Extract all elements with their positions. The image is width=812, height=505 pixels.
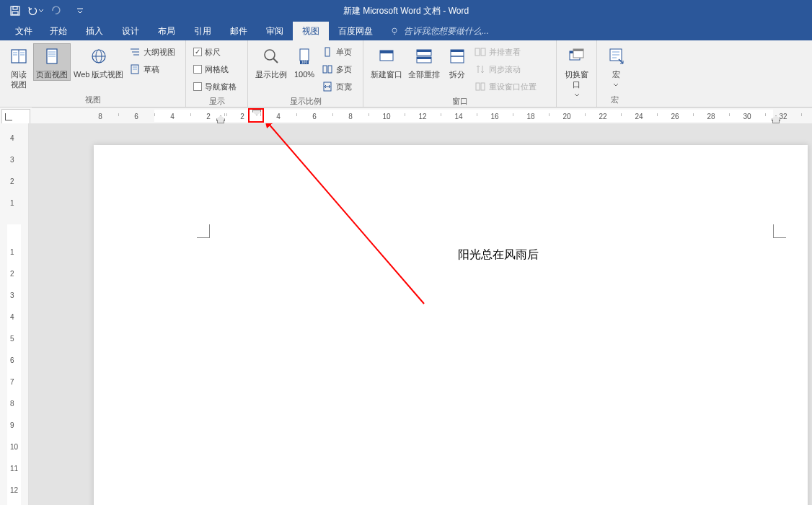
- svg-rect-33: [328, 66, 332, 73]
- zoom-button[interactable]: 显示比例: [252, 43, 290, 81]
- save-icon: [9, 5, 21, 17]
- svg-rect-45: [481, 48, 485, 56]
- tab-baidu[interactable]: 百度网盘: [329, 22, 382, 40]
- navpane-checkbox[interactable]: 导航窗格: [193, 79, 237, 94]
- new-window-label: 新建窗口: [371, 69, 402, 79]
- arrange-all-button[interactable]: 全部重排: [405, 43, 443, 81]
- print-layout-button[interactable]: 页面视图: [33, 43, 71, 81]
- tab-review[interactable]: 审阅: [257, 22, 293, 40]
- redo-icon: [50, 5, 61, 17]
- macros-label: 宏: [612, 69, 620, 89]
- tab-mailings[interactable]: 邮件: [221, 22, 257, 40]
- checkbox-icon: [193, 48, 202, 56]
- save-button[interactable]: [6, 2, 25, 19]
- sync-scroll-icon: [475, 63, 486, 75]
- one-page-button[interactable]: 单页: [322, 45, 352, 59]
- hanging-indent-marker[interactable]: [216, 115, 225, 123]
- svg-line-27: [273, 58, 278, 63]
- switch-windows-label: 切换窗口: [564, 69, 589, 100]
- right-indent-marker[interactable]: [772, 115, 780, 123]
- checkbox-icon: [193, 82, 202, 91]
- magnifier-icon: [261, 46, 281, 66]
- macros-button[interactable]: 宏: [601, 43, 630, 91]
- switch-window-icon: [567, 46, 587, 66]
- chevron-down-icon: [613, 83, 619, 87]
- ruler-checkbox[interactable]: 标尺: [193, 45, 237, 59]
- undo-button[interactable]: [26, 2, 45, 19]
- page-icon: [42, 46, 62, 66]
- side-by-side-label: 并排查看: [489, 47, 521, 58]
- tab-design[interactable]: 设计: [112, 22, 149, 40]
- one-page-label: 单页: [336, 47, 352, 58]
- new-window-button[interactable]: 新建窗口: [368, 43, 405, 81]
- new-window-icon: [376, 46, 397, 66]
- svg-rect-51: [573, 49, 583, 51]
- web-layout-button[interactable]: Web 版式视图: [71, 43, 126, 81]
- outline-icon: [129, 46, 141, 58]
- multi-page-button[interactable]: 多页: [322, 62, 352, 76]
- undo-icon: [27, 5, 38, 17]
- tab-file[interactable]: 文件: [7, 22, 40, 40]
- checkbox-icon: [193, 65, 202, 74]
- page[interactable]: 阳光总在风雨后: [94, 145, 808, 505]
- outline-label: 大纲视图: [144, 47, 175, 58]
- read-mode-button[interactable]: 阅读 视图: [4, 43, 33, 91]
- qat-separator: [66, 2, 74, 19]
- svg-rect-28: [300, 49, 309, 61]
- group-window: 新建窗口 全部重排 拆分 并排查看 同步滚动: [363, 40, 557, 107]
- svg-point-4: [392, 28, 397, 32]
- document-text[interactable]: 阳光总在风雨后: [458, 247, 539, 263]
- tab-insert[interactable]: 插入: [76, 22, 112, 40]
- sync-scroll-label: 同步滚动: [489, 64, 521, 75]
- tab-references[interactable]: 引用: [185, 22, 221, 40]
- svg-point-26: [265, 50, 275, 60]
- group-views: 阅读 视图 页面视图 Web 版式视图 大纲视图 草稿 视图: [0, 40, 186, 107]
- bulb-icon: [389, 26, 400, 36]
- page-width-button[interactable]: 页宽: [322, 79, 352, 94]
- zoom-100-button[interactable]: 100 100%: [290, 43, 319, 81]
- reset-window-pos-button: 重设窗口位置: [475, 79, 537, 94]
- one-page-icon: [322, 46, 333, 58]
- gridlines-checkbox[interactable]: 网格线: [193, 62, 237, 76]
- chevron-down-icon: [76, 7, 84, 14]
- svg-rect-32: [323, 66, 327, 73]
- customize-qat-button[interactable]: [75, 2, 85, 19]
- draft-label: 草稿: [144, 64, 159, 75]
- chevron-down-icon: [38, 8, 44, 14]
- side-by-side-button: 并排查看: [475, 45, 537, 59]
- group-window-label: 窗口: [368, 95, 552, 107]
- tab-stop-selector[interactable]: [1, 109, 30, 125]
- document-area: 4321123456789101112 阳光总在风雨后: [0, 123, 812, 505]
- outline-view-button[interactable]: 大纲视图: [129, 45, 175, 59]
- svg-rect-1: [13, 6, 17, 9]
- group-macros-label: 宏: [601, 94, 627, 107]
- page-width-icon: [322, 81, 333, 92]
- redo-button[interactable]: [46, 2, 65, 19]
- svg-rect-47: [481, 83, 485, 90]
- switch-windows-button[interactable]: 切换窗口: [561, 43, 592, 101]
- ribbon: 阅读 视图 页面视图 Web 版式视图 大纲视图 草稿 视图: [0, 40, 812, 107]
- web-layout-label: Web 版式视图: [74, 69, 123, 79]
- tab-layout[interactable]: 布局: [149, 22, 185, 40]
- tell-me-search[interactable]: 告诉我您想要做什么...: [389, 22, 489, 40]
- tab-view[interactable]: 视图: [293, 22, 329, 40]
- group-switch-window: 切换窗口: [557, 40, 597, 107]
- zoom-100-label: 100%: [294, 69, 314, 79]
- draft-view-button[interactable]: 草稿: [129, 62, 175, 76]
- print-layout-label: 页面视图: [36, 69, 68, 79]
- group-show: 标尺 网格线 导航窗格 显示: [186, 40, 248, 107]
- svg-rect-38: [417, 50, 431, 52]
- sync-scroll-button: 同步滚动: [475, 62, 537, 76]
- svg-rect-44: [475, 48, 480, 56]
- horizontal-ruler[interactable]: 8642246810121416182022242628303234363840…: [32, 107, 812, 123]
- group-show-label: 显示: [190, 95, 243, 107]
- empty-label: [561, 101, 592, 107]
- group-zoom: 显示比例 100 100% 单页 多页 页宽: [248, 40, 363, 107]
- tell-me-placeholder: 告诉我您想要做什么...: [404, 25, 489, 38]
- read-mode-label: 阅读 视图: [11, 69, 27, 89]
- document-canvas[interactable]: 阳光总在风雨后: [29, 123, 812, 505]
- tab-home[interactable]: 开始: [40, 22, 76, 40]
- split-button[interactable]: 拆分: [443, 43, 472, 81]
- vertical-ruler[interactable]: 4321123456789101112: [0, 123, 29, 505]
- navpane-label: 导航窗格: [205, 82, 237, 92]
